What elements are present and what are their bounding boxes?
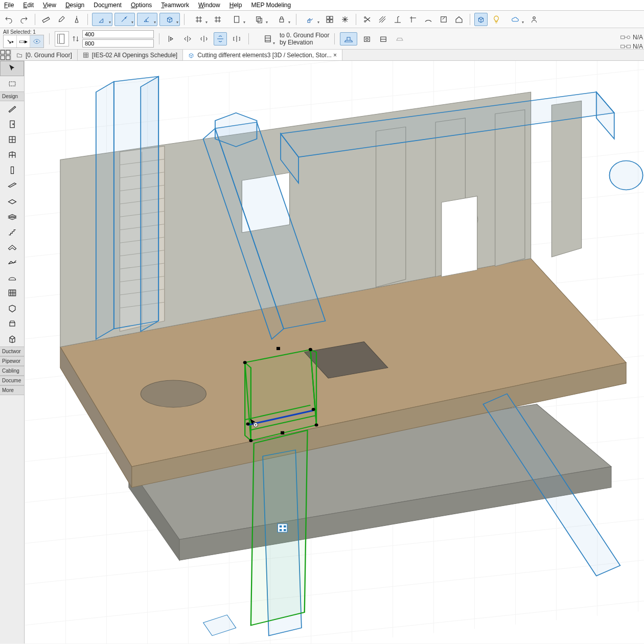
tab-schedule[interactable]: [IES-02 All Openings Schedule] <box>78 50 183 60</box>
grid-cross-button[interactable] <box>211 13 224 26</box>
flip-h-button[interactable] <box>197 32 211 45</box>
view-option-1[interactable] <box>360 32 374 45</box>
copy-button[interactable] <box>249 13 269 26</box>
align-left-button[interactable] <box>165 32 178 45</box>
flip-v-button[interactable] <box>214 32 227 45</box>
menu-help[interactable]: Help <box>229 2 242 9</box>
dim-swap-button[interactable] <box>71 32 80 45</box>
tool-curtain-wall[interactable] <box>0 285 24 301</box>
svg-point-32 <box>12 124 13 125</box>
height-input[interactable] <box>82 39 154 48</box>
tool-window[interactable] <box>0 132 24 147</box>
tool-beam[interactable] <box>0 178 24 193</box>
tool-wall[interactable] <box>0 101 24 117</box>
constraint-perp-button[interactable] <box>92 13 112 26</box>
menu-design[interactable]: Design <box>65 2 84 9</box>
menu-edit[interactable]: Edit <box>23 2 34 9</box>
seg-eye[interactable] <box>30 35 43 48</box>
grid-button[interactable] <box>189 13 209 26</box>
iso-cube-button[interactable] <box>474 13 488 26</box>
bulb-button[interactable] <box>490 13 503 26</box>
tool-stair[interactable] <box>0 224 24 239</box>
svg-marker-63 <box>495 110 525 266</box>
svg-point-1 <box>125 17 126 18</box>
cloud-button[interactable] <box>505 13 525 26</box>
page-button[interactable] <box>226 13 247 26</box>
person-button[interactable] <box>527 13 541 26</box>
info-bar: All Selected: 1 ↘▸ ▭▸ to 0. Ground Floor… <box>0 28 644 50</box>
home-button[interactable] <box>452 13 466 26</box>
tool-corner-window[interactable] <box>0 147 24 163</box>
tool-roof[interactable] <box>0 239 24 255</box>
svg-point-91 <box>312 408 315 411</box>
eyedropper-button[interactable] <box>55 13 68 26</box>
tool-arrow[interactable] <box>0 61 24 76</box>
constraint-angle-button[interactable] <box>137 13 157 26</box>
perpline-button[interactable] <box>391 13 404 26</box>
seg-arrow[interactable]: ↘▸ <box>4 35 17 48</box>
tool-multislab[interactable] <box>0 209 24 224</box>
seg-rect[interactable]: ▭▸ <box>17 35 30 48</box>
svg-rect-29 <box>83 53 88 57</box>
level-icon[interactable] <box>259 31 277 47</box>
document-tabs: [0. Ground Floor] [IES-02 All Openings S… <box>0 50 644 61</box>
view-option-faded[interactable] <box>393 32 406 45</box>
plan-level-button[interactable] <box>340 32 357 45</box>
tab-nav-icon[interactable] <box>0 50 11 60</box>
menu-document[interactable]: Document <box>94 2 122 9</box>
toolbox-more-label[interactable]: More <box>0 385 24 395</box>
arc-button[interactable] <box>422 13 435 26</box>
hatch-button[interactable] <box>376 13 389 26</box>
dim-icon[interactable] <box>55 31 69 47</box>
svg-point-44 <box>141 380 206 407</box>
menu-window[interactable]: Window <box>198 2 220 9</box>
svg-point-90 <box>246 422 250 425</box>
tool-object[interactable] <box>0 316 24 331</box>
lock-button[interactable] <box>271 13 292 26</box>
view-option-2[interactable] <box>377 32 390 45</box>
tab-ground-floor[interactable]: [0. Ground Floor] <box>11 50 78 60</box>
redo-button[interactable] <box>17 13 31 26</box>
menu-file[interactable]: FFileile <box>4 2 14 9</box>
svg-rect-34 <box>11 167 13 173</box>
dimension-block <box>55 30 154 48</box>
menu-mep[interactable]: MEP Modeling <box>251 2 291 9</box>
compass-button[interactable] <box>70 13 83 26</box>
tool-marquee[interactable] <box>0 76 24 91</box>
svg-rect-36 <box>10 323 15 326</box>
align-center-button[interactable] <box>181 32 194 45</box>
tool-mesh[interactable] <box>0 255 24 270</box>
tool-column[interactable] <box>0 163 24 178</box>
toolbox-pipework-label[interactable]: Pipewor <box>0 356 24 366</box>
tool-slab[interactable] <box>0 193 24 209</box>
toolbox-cabling-label[interactable]: Cabling <box>0 366 24 376</box>
tool-shell[interactable] <box>0 270 24 285</box>
asterisk-button[interactable] <box>338 13 352 26</box>
constraint-3d-button[interactable] <box>159 13 180 26</box>
constraint-snap-button[interactable] <box>114 13 135 26</box>
mirror-button[interactable] <box>230 32 243 45</box>
svg-rect-95 <box>280 525 282 527</box>
tool-morph[interactable] <box>0 301 24 316</box>
toolbox-ductwork-label[interactable]: Ductwor <box>0 347 24 356</box>
svg-rect-24 <box>627 45 630 48</box>
svg-point-86 <box>243 361 247 364</box>
square-sel-button[interactable] <box>437 13 450 26</box>
menu-teamwork[interactable]: Teamwork <box>161 2 189 9</box>
link-model-button[interactable] <box>301 13 321 26</box>
menu-options[interactable]: Options <box>131 2 152 9</box>
undo-button[interactable] <box>2 13 15 26</box>
tab-3d-view[interactable]: Cutting different elements3 [3D / Select… <box>183 50 342 60</box>
top-button[interactable] <box>406 13 420 26</box>
svg-point-11 <box>364 16 366 18</box>
tool-door[interactable] <box>0 117 24 132</box>
svg-point-19 <box>366 38 369 40</box>
menu-view[interactable]: View <box>43 2 56 9</box>
scissors-button[interactable] <box>360 13 374 26</box>
toolbox-document-label[interactable]: Docume <box>0 376 24 385</box>
tool-opening[interactable] <box>0 331 24 347</box>
grid-tiles-button[interactable] <box>323 13 336 26</box>
3d-viewport[interactable] <box>25 61 644 643</box>
width-input[interactable] <box>82 30 154 38</box>
measure-button[interactable] <box>39 13 53 26</box>
